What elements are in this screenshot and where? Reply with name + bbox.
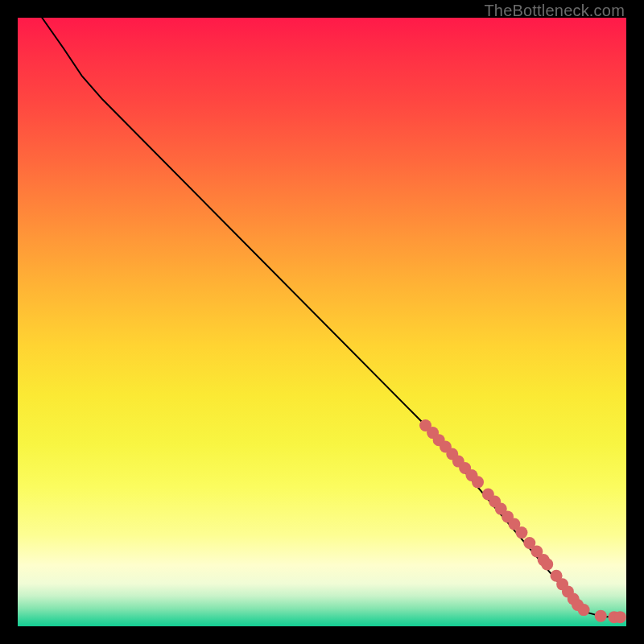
chart-point (595, 610, 607, 622)
chart-point (578, 604, 590, 616)
chart-markers-group (419, 419, 626, 623)
chart-curve (42, 18, 620, 617)
chart-svg (18, 18, 626, 626)
chart-point (515, 526, 527, 539)
chart-point (541, 558, 553, 570)
chart-point (472, 476, 484, 488)
chart-point (614, 611, 626, 623)
